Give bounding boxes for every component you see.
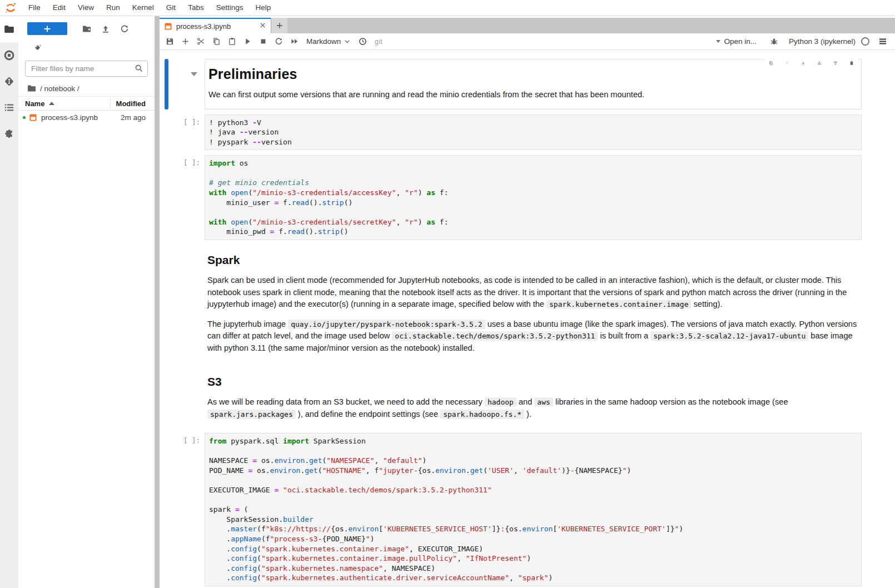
markdown-h2: Spark [207,253,857,267]
git-icon [4,76,14,87]
code-line [209,495,857,505]
add-cell-button[interactable] [177,34,193,49]
code-editor[interactable]: from pyspark.sql import SparkSession NAM… [205,433,862,586]
restart-kernel-button[interactable] [271,34,286,49]
menu-help[interactable]: Help [249,0,277,16]
copy-cells-button[interactable] [208,34,224,49]
move-cell-down-button[interactable] [798,58,809,68]
tab-process-s3[interactable]: process-s3.ipynb [160,18,271,33]
code-line: minio_user = f.read().strip() [209,198,857,208]
code-line: .master(f"k8s://https://{os.environ['KUB… [209,524,857,534]
code-line: .config("spark.kubernetes.authenticate.d… [209,573,857,583]
markdown-body[interactable]: S3As we will be reading data from an S3 … [205,367,862,428]
inline-code: spark.hadoopo.fs.* [440,410,524,419]
menu-settings[interactable]: Settings [210,0,250,16]
markdown-body[interactable]: SparkSpark can be used in client mode (r… [205,245,862,362]
kernel-name[interactable]: Python 3 (ipykernel) [789,37,856,46]
cell-collapser[interactable] [165,367,168,428]
menu-file[interactable]: File [22,0,47,16]
file-row[interactable]: process-s3.ipynb 2m ago [18,111,155,124]
code-cell[interactable]: [ ]:import os # get minio credentialswit… [160,155,895,240]
cell-collapser[interactable] [165,155,168,240]
sidebar-tab-file-browser[interactable] [0,16,18,42]
markdown-h1: Preliminaries [208,66,856,82]
git-clone-icon[interactable] [34,44,42,52]
save-button[interactable] [162,34,177,49]
sidebar-tab-running[interactable] [0,42,18,68]
insert-cell-above-button[interactable] [814,58,825,68]
code-cell[interactable]: [ ]:from pyspark.sql import SparkSession… [160,433,895,586]
code-line: import os [209,158,857,168]
column-divider[interactable] [110,98,111,108]
menu-edit[interactable]: Edit [47,0,72,16]
toolbar-overflow-menu-button[interactable] [875,34,891,49]
folder-icon [27,84,36,93]
filter-files-input[interactable] [25,61,148,77]
tab-bar: process-s3.ipynb [160,18,895,33]
code-line [209,207,857,217]
cell-collapser[interactable] [165,59,168,109]
new-folder-button[interactable] [77,22,96,35]
menu-tabs[interactable]: Tabs [182,0,210,16]
code-cell[interactable]: [ ]:! python3 -V! java --version! pyspar… [160,114,895,151]
notebook-file-icon [164,22,172,31]
cell-prompt [168,245,205,362]
breadcrumb[interactable]: / notebook / [18,80,155,96]
code-editor[interactable]: ! python3 -V! java --version! pyspark --… [205,114,862,151]
git-clone-row [18,38,155,55]
cell-prompt: [ ]: [168,433,205,586]
column-header-name[interactable]: Name [25,99,110,108]
inline-code: oci.stackable.tech/demos/spark:3.5.2-pyt… [392,331,598,341]
scissors-icon [197,37,205,46]
kernel-status-icon[interactable] [861,37,869,46]
debugger-button[interactable] [767,34,782,49]
restart-icon [275,37,283,46]
markdown-cell[interactable]: SparkSpark can be used in client mode (r… [160,245,895,362]
cell-type-dropdown[interactable]: Markdown [302,37,355,46]
markdown-cell[interactable]: S3As we will be reading data from an S3 … [160,367,895,428]
column-header-modified[interactable]: Modified [116,99,146,108]
code-editor[interactable]: import os # get minio credentialswith op… [205,155,862,240]
menu-git[interactable]: Git [160,0,182,16]
menu-kernel[interactable]: Kernel [126,0,160,16]
delete-cell-button[interactable] [846,58,857,68]
sidebar-splitter[interactable] [155,16,160,588]
cell-collapser[interactable] [165,245,168,362]
markdown-p: The jupyterhub image quay.io/jupyter/pys… [207,318,857,355]
cut-cells-button[interactable] [193,34,208,49]
breadcrumb-path: / notebook / [40,84,79,93]
heading-collapse-icon[interactable] [191,72,197,76]
open-in-dropdown[interactable]: Open in... [716,37,757,46]
refresh-files-button[interactable] [115,22,134,35]
code-line: ! python3 -V [209,118,857,128]
new-tab-button[interactable] [271,18,287,33]
notebook-scroll-area[interactable]: PreliminariesWe can first output some ve… [160,50,895,588]
inline-code: hadoop [485,397,516,407]
insert-cell-below-button[interactable] [830,58,841,68]
move-cell-up-button[interactable] [782,58,793,68]
menu-view[interactable]: View [72,0,100,16]
cell-collapser[interactable] [165,433,168,586]
code-line: POD_NAME = os.environ.get("HOSTNAME", f"… [209,466,857,476]
paste-cells-button[interactable] [224,34,240,49]
sidebar-tab-extensions[interactable] [0,121,18,147]
interrupt-kernel-button[interactable] [255,34,271,49]
upload-button[interactable] [96,22,115,35]
history-button[interactable] [355,34,370,49]
markdown-p: We can first output some versions that a… [208,89,856,101]
cell-collapser[interactable] [165,114,168,151]
folder-icon [4,24,14,34]
tab-close-button[interactable] [259,22,266,31]
markdown-body[interactable]: PreliminariesWe can first output some ve… [205,59,862,109]
hamburger-icon [878,37,887,46]
duplicate-cell-button[interactable] [765,58,777,68]
code-line: .config("spark.kubernetes.namespace", NA… [209,564,857,574]
run-cell-button[interactable] [240,34,255,49]
sidebar-tab-toc[interactable] [0,94,18,121]
restart-run-all-button[interactable] [286,34,302,49]
sidebar-tab-git[interactable] [0,68,18,94]
new-launcher-button[interactable] [27,22,67,35]
menu-run[interactable]: Run [100,0,126,16]
main-area: process-s3.ipynb [160,16,895,588]
duplicate-icon [769,59,773,67]
